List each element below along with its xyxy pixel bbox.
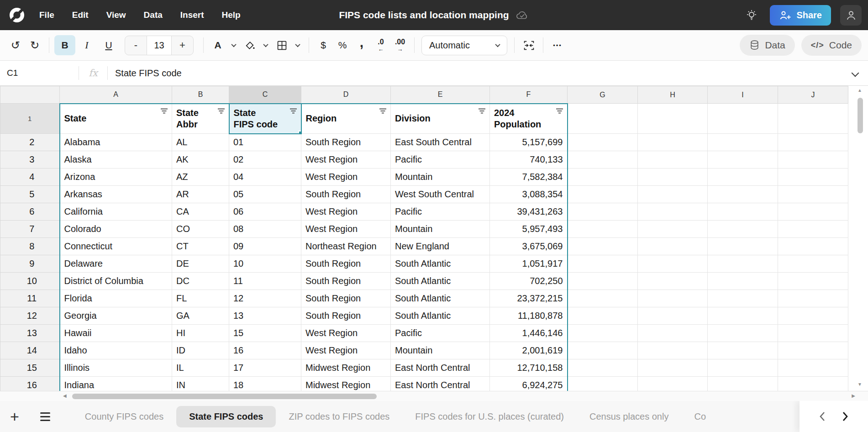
empty-cell[interactable] (638, 186, 708, 203)
empty-cell[interactable] (638, 307, 708, 325)
underline-button[interactable]: U (98, 35, 119, 55)
tabs-scroll-left-chevron-icon[interactable] (819, 411, 826, 422)
increase-decimal-button[interactable]: .00 → (391, 35, 409, 55)
empty-cell[interactable] (638, 255, 708, 273)
cell-state-abbr[interactable]: HI (172, 325, 229, 342)
empty-cell[interactable] (778, 307, 848, 325)
cell-division[interactable]: Pacific (391, 203, 490, 221)
empty-cell[interactable] (778, 342, 848, 359)
percent-format-button[interactable]: % (333, 35, 352, 55)
cell-population[interactable]: 12,710,158 (490, 359, 568, 377)
cell-population[interactable]: 3,088,354 (490, 186, 568, 203)
cell-region[interactable]: Midwest Region (301, 359, 391, 377)
cell-division[interactable]: Mountain (391, 169, 490, 186)
row-number[interactable]: 1 (0, 104, 60, 134)
empty-cell[interactable] (778, 290, 848, 307)
cell-reference-box[interactable]: C1 (0, 68, 79, 78)
data-panel-button[interactable]: Data (740, 35, 794, 56)
cell-region[interactable]: South Region (301, 273, 391, 290)
empty-cell[interactable] (568, 273, 638, 290)
column-header-g[interactable]: G (568, 86, 638, 104)
cell-division[interactable]: West South Central (391, 186, 490, 203)
formula-bar-expand-chevron-icon[interactable] (852, 69, 859, 77)
font-size-value[interactable]: 13 (147, 36, 172, 55)
cell-division[interactable]: South Atlantic (391, 290, 490, 307)
empty-cell[interactable] (568, 359, 638, 377)
column-header-a[interactable]: A (60, 86, 172, 104)
cell-state-abbr[interactable]: CA (172, 203, 229, 221)
font-size-increase-button[interactable]: + (172, 36, 193, 55)
empty-cell[interactable] (638, 221, 708, 238)
empty-cell[interactable] (708, 169, 778, 186)
cell-state[interactable]: Hawaii (60, 325, 172, 342)
cell-division[interactable]: East North Central (391, 377, 490, 391)
header-cell-state-fips-code-selected[interactable]: State FIPS code (229, 104, 301, 134)
cell-state-fips-code[interactable]: 06 (229, 203, 301, 221)
menu-insert[interactable]: Insert (180, 10, 204, 20)
rows-logo-icon[interactable] (8, 6, 26, 24)
empty-cell[interactable] (708, 342, 778, 359)
empty-cell[interactable] (568, 290, 638, 307)
header-cell-state[interactable]: State (60, 104, 172, 134)
account-button[interactable] (840, 5, 862, 26)
currency-format-button[interactable]: $ (314, 35, 332, 55)
column-header-b[interactable]: B (172, 86, 229, 104)
cell-state-abbr[interactable]: FL (172, 290, 229, 307)
cell-state-abbr[interactable]: CT (172, 238, 229, 255)
cell-state[interactable]: Delaware (60, 255, 172, 273)
decrease-decimal-button[interactable]: .0 ← (372, 35, 390, 55)
cell-state-fips-code[interactable]: 16 (229, 342, 301, 359)
empty-cell[interactable] (638, 104, 708, 134)
cell-region[interactable]: South Region (301, 290, 391, 307)
empty-cell[interactable] (568, 238, 638, 255)
cell-state[interactable]: Colorado (60, 221, 172, 238)
empty-cell[interactable] (568, 134, 638, 151)
sheet-tab[interactable]: State FIPS codes (176, 406, 276, 427)
empty-cell[interactable] (708, 307, 778, 325)
empty-cell[interactable] (778, 273, 848, 290)
empty-cell[interactable] (708, 325, 778, 342)
cell-state-fips-code[interactable]: 17 (229, 359, 301, 377)
empty-cell[interactable] (708, 134, 778, 151)
cell-population[interactable]: 6,924,275 (490, 377, 568, 391)
italic-button[interactable]: I (76, 35, 97, 55)
cell-state-fips-code[interactable]: 12 (229, 290, 301, 307)
cell-state-fips-code[interactable]: 15 (229, 325, 301, 342)
cell-state-abbr[interactable]: IL (172, 359, 229, 377)
empty-cell[interactable] (778, 325, 848, 342)
filter-icon[interactable] (556, 108, 563, 114)
cell-state-abbr[interactable]: AK (172, 151, 229, 169)
empty-cell[interactable] (778, 221, 848, 238)
fit-content-button[interactable] (520, 35, 538, 55)
column-header-j[interactable]: J (778, 86, 848, 104)
cell-division[interactable]: Mountain (391, 342, 490, 359)
empty-cell[interactable] (708, 104, 778, 134)
cell-state-abbr[interactable]: DE (172, 255, 229, 273)
empty-cell[interactable] (568, 342, 638, 359)
scroll-down-arrow-icon[interactable]: ▼ (857, 382, 862, 387)
sheet-tab[interactable]: Census places only (577, 406, 681, 427)
row-number[interactable]: 12 (0, 307, 60, 325)
cell-region[interactable]: South Region (301, 255, 391, 273)
cell-division[interactable]: East North Central (391, 359, 490, 377)
empty-cell[interactable] (778, 186, 848, 203)
cell-state-abbr[interactable]: AZ (172, 169, 229, 186)
cell-state-fips-code[interactable]: 08 (229, 221, 301, 238)
cell-state[interactable]: Illinois (60, 359, 172, 377)
row-number[interactable]: 15 (0, 359, 60, 377)
empty-cell[interactable] (778, 203, 848, 221)
cell-state-fips-code[interactable]: 05 (229, 186, 301, 203)
filter-icon[interactable] (160, 108, 168, 114)
row-number[interactable]: 16 (0, 377, 60, 391)
cell-population[interactable]: 1,446,146 (490, 325, 568, 342)
column-header-e[interactable]: E (391, 86, 490, 104)
number-format-select[interactable]: Automatic (421, 36, 507, 55)
empty-cell[interactable] (568, 104, 638, 134)
sheet-tab[interactable]: County FIPS codes (72, 406, 176, 427)
cell-state-abbr[interactable]: CO (172, 221, 229, 238)
column-header-c[interactable]: C (229, 86, 301, 104)
cell-state-abbr[interactable]: IN (172, 377, 229, 391)
comma-format-button[interactable]: , (352, 35, 371, 55)
empty-cell[interactable] (778, 134, 848, 151)
row-number[interactable]: 4 (0, 169, 60, 186)
